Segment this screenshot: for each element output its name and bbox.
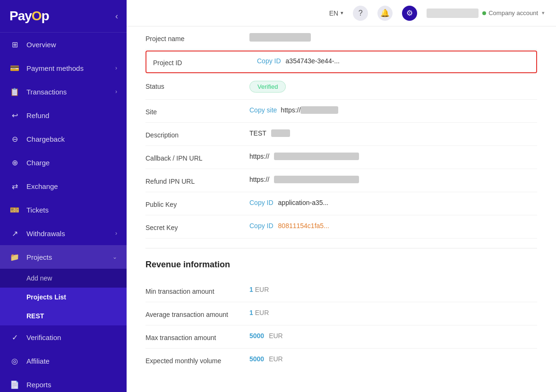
max-amount-number: 5000 — [249, 332, 264, 340]
sidebar-item-tickets[interactable]: 🎫 Tickets — [0, 198, 127, 222]
sidebar-item-projects[interactable]: 📁 Projects ⌄ — [0, 245, 127, 269]
min-amount-value: 1 EUR — [249, 286, 537, 293]
account-info[interactable]: Company account ▾ — [427, 9, 545, 18]
sidebar-item-refund[interactable]: ↩ Refund — [0, 103, 127, 127]
chevron-down-icon: ⌄ — [112, 254, 117, 260]
sidebar-label: Verification — [26, 333, 61, 341]
sidebar-label: Tickets — [26, 206, 49, 214]
submenu-label: REST — [26, 312, 44, 320]
projects-icon: 📁 — [9, 252, 20, 262]
max-amount-row: Max transaction amount 5000 EUR — [145, 325, 537, 349]
chargeback-icon: ⊖ — [9, 134, 20, 144]
sidebar-logo: PayOp ‹ — [0, 0, 127, 33]
logo: PayOp — [9, 9, 49, 24]
secret-key-label: Secret Key — [145, 222, 240, 231]
max-amount-value: 5000 EUR — [249, 332, 537, 340]
expected-row: Expected monthly volume 5000 EUR — [145, 349, 537, 371]
sidebar-label: Chargeback — [26, 135, 65, 143]
sidebar-item-chargeback[interactable]: ⊖ Chargeback — [0, 127, 127, 151]
sidebar-item-charge[interactable]: ⊕ Charge — [0, 151, 127, 174]
project-id-label: Project ID — [153, 57, 248, 67]
notifications-button[interactable]: 🔔 — [377, 6, 393, 21]
project-name-row: Project name — [145, 26, 537, 50]
status-label: Status — [145, 81, 240, 90]
sidebar-item-exchange[interactable]: ⇄ Exchange — [0, 174, 127, 198]
status-dot — [482, 11, 486, 15]
sidebar-label: Transactions — [26, 88, 67, 96]
sidebar-item-rest[interactable]: REST — [0, 307, 127, 325]
collapse-button[interactable]: ‹ — [115, 11, 118, 21]
callback-label: Callback / IPN URL — [145, 153, 240, 162]
status-badge: Verified — [249, 81, 286, 93]
account-settings-button[interactable]: ⚙ — [402, 6, 417, 21]
max-amount-label: Max transaction amount — [145, 332, 240, 341]
language-selector[interactable]: EN ▾ — [329, 9, 343, 17]
min-amount-row: Min transaction amount 1 EUR — [145, 279, 537, 302]
avg-amount-row: Average transaction amount 1 EUR — [145, 302, 537, 325]
expected-value: 5000 EUR — [249, 355, 537, 363]
public-key-value: Copy ID application-a35... — [249, 199, 537, 206]
sidebar-label: Payment methods — [26, 64, 84, 72]
status-value: Verified — [249, 81, 537, 93]
chevron-down-icon: ▾ — [341, 10, 343, 16]
sidebar-item-overview[interactable]: ⊞ Overview — [0, 33, 127, 56]
callback-value: https:// — [249, 153, 537, 160]
sidebar-item-add-new[interactable]: Add new — [0, 269, 127, 288]
project-name-label: Project name — [145, 33, 240, 43]
sidebar-label: Withdrawals — [26, 230, 65, 238]
secret-key-text: 80811154c1fa5... — [278, 222, 329, 230]
project-name-blurred — [249, 33, 311, 42]
sidebar-item-affiliate[interactable]: ◎ Affiliate — [0, 349, 127, 373]
affiliate-icon: ◎ — [9, 356, 20, 366]
min-amount-label: Min transaction amount — [145, 286, 240, 295]
sidebar-label: Overview — [26, 41, 56, 49]
refund-icon: ↩ — [9, 110, 20, 120]
withdrawals-icon: ↗ — [9, 228, 20, 239]
project-id-row: Project ID Copy ID a354743e-3e44-... — [145, 51, 537, 73]
public-key-row: Public Key Copy ID application-a35... — [145, 192, 537, 215]
refund-ipn-row: Refund IPN URL https:// — [145, 169, 537, 192]
description-row: Description TEST — [145, 123, 537, 146]
chevron-right-icon: › — [115, 230, 117, 237]
help-button[interactable]: ? — [353, 6, 368, 21]
sidebar: PayOp ‹ ⊞ Overview 💳 Payment methods › 📋… — [0, 0, 127, 392]
sidebar-item-transactions[interactable]: 📋 Transactions › — [0, 80, 127, 103]
submenu-label: Projects List — [26, 293, 66, 301]
sidebar-label: Exchange — [26, 182, 58, 190]
language-label: EN — [329, 9, 338, 17]
avg-amount-number: 1 EUR — [249, 309, 269, 316]
sidebar-label: Projects — [26, 253, 52, 261]
copy-secret-key-button[interactable]: Copy ID — [249, 222, 274, 230]
projects-submenu: Add new Projects List REST — [0, 269, 127, 325]
secret-key-value: Copy ID 80811154c1fa5... — [249, 222, 537, 230]
overview-icon: ⊞ — [9, 39, 20, 50]
min-amount-number: 1 EUR — [249, 286, 269, 293]
sidebar-label: Charge — [26, 159, 50, 167]
public-key-label: Public Key — [145, 199, 240, 208]
account-status: Company account — [482, 9, 538, 17]
payment-methods-icon: 💳 — [9, 63, 20, 73]
avg-amount-value: 1 EUR — [249, 309, 537, 316]
copy-project-id-button[interactable]: Copy ID — [257, 57, 281, 65]
sidebar-label: Affiliate — [26, 357, 50, 365]
sidebar-item-withdrawals[interactable]: ↗ Withdrawals › — [0, 222, 127, 245]
sidebar-item-verification[interactable]: ✓ Verification — [0, 325, 127, 349]
project-id-value: Copy ID a354743e-3e44-... — [257, 57, 530, 65]
copy-site-button[interactable]: Copy site — [249, 106, 277, 114]
account-label: Company account — [488, 9, 538, 17]
sidebar-item-reports[interactable]: 📄 Reports — [0, 373, 127, 392]
description-label: Description — [145, 129, 240, 139]
sidebar-item-payment-methods[interactable]: 💳 Payment methods › — [0, 56, 127, 80]
charge-icon: ⊕ — [9, 157, 20, 168]
chevron-right-icon: › — [115, 88, 117, 95]
expected-label: Expected monthly volume — [145, 355, 240, 365]
sidebar-item-projects-list[interactable]: Projects List — [0, 288, 127, 307]
topbar: EN ▾ ? 🔔 ⚙ Company account ▾ — [127, 0, 556, 26]
copy-public-key-button[interactable]: Copy ID — [249, 199, 274, 206]
site-url-text: https:// — [281, 106, 338, 114]
site-label: Site — [145, 106, 240, 116]
verification-icon: ✓ — [9, 332, 20, 342]
callback-row: Callback / IPN URL https:// — [145, 146, 537, 169]
description-value: TEST — [249, 129, 537, 137]
refund-ipn-value: https:// — [249, 176, 537, 183]
